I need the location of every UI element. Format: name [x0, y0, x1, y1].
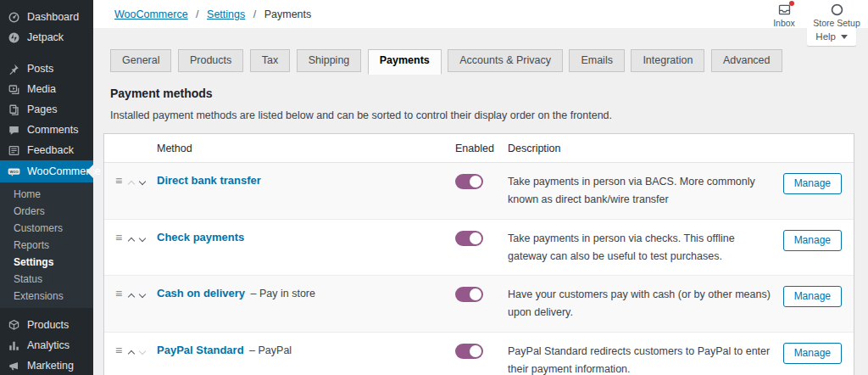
- sort-cell: ≡: [104, 343, 157, 358]
- settings-tab[interactable]: Advanced: [711, 49, 782, 72]
- drag-handle-icon[interactable]: ≡: [115, 343, 122, 358]
- drag-handle-icon[interactable]: ≡: [115, 173, 122, 188]
- sidebar-bottom-group: Products Analytics Marketing Appearance: [0, 315, 93, 375]
- sidebar-item[interactable]: Posts: [0, 59, 93, 79]
- payment-method-link[interactable]: PayPal Standard: [157, 344, 244, 356]
- move-down-button[interactable]: [140, 345, 145, 357]
- sidebar-mid-group: Posts Media Pages Comments: [0, 59, 93, 160]
- settings-tab[interactable]: Emails: [569, 49, 625, 72]
- chevron-down-icon: [841, 35, 848, 39]
- sidebar-item[interactable]: Media: [0, 79, 93, 99]
- help-button[interactable]: Help: [807, 28, 856, 46]
- settings-tab[interactable]: Shipping: [297, 49, 362, 72]
- enabled-toggle[interactable]: [455, 174, 483, 189]
- payment-method-description: PayPal Standard redirects customers to P…: [508, 343, 783, 375]
- menu-icon: [7, 62, 20, 76]
- sidebar-item-woocommerce[interactable]: WOO WooCommerce: [0, 160, 93, 182]
- menu-separator: [0, 308, 93, 315]
- inbox-icon: [777, 3, 792, 17]
- enabled-cell: [455, 230, 508, 249]
- payment-method-link[interactable]: Check payments: [157, 231, 244, 243]
- enabled-cell: [455, 343, 508, 361]
- sidebar-subitem[interactable]: Reports: [0, 237, 93, 254]
- move-up-button[interactable]: [129, 232, 134, 244]
- move-up-button[interactable]: [129, 288, 134, 300]
- payment-method-suffix: – Pay in store: [251, 288, 315, 299]
- sidebar-item[interactable]: Marketing: [0, 355, 93, 375]
- store-setup-progress-icon: [830, 3, 844, 17]
- settings-tabs: General Products Tax Shipping Payments A…: [110, 49, 854, 75]
- inbox-button[interactable]: Inbox: [758, 3, 810, 28]
- menu-icon: [7, 318, 20, 332]
- sidebar-item[interactable]: Pages: [0, 99, 93, 120]
- move-down-button[interactable]: [140, 288, 145, 300]
- sidebar-item[interactable]: Analytics: [0, 335, 93, 355]
- sidebar-item-label: Media: [27, 83, 56, 96]
- sidebar-item-label: Comments: [27, 124, 78, 137]
- enabled-toggle[interactable]: [455, 231, 483, 246]
- payment-method-link[interactable]: Direct bank transfer: [157, 174, 261, 187]
- woocommerce-submenu: Home Orders Customers Reports Settings S…: [0, 182, 93, 308]
- sidebar-subitem[interactable]: Settings: [0, 254, 93, 271]
- sidebar-item[interactable]: Comments: [0, 120, 93, 140]
- settings-tab[interactable]: Accounts & Privacy: [448, 49, 563, 72]
- method-cell: Direct bank transfer: [157, 173, 455, 188]
- sidebar-item[interactable]: Feedback: [0, 140, 93, 160]
- sidebar-subitem[interactable]: Orders: [0, 203, 93, 220]
- breadcrumb-separator: /: [253, 8, 256, 20]
- move-down-button[interactable]: [140, 176, 145, 188]
- table-row: ≡ PayPal Standard – PayPal PayPal Standa…: [104, 332, 854, 375]
- payment-method-description: Take payments in person via BACS. More c…: [508, 173, 783, 210]
- breadcrumb: WooCommerce / Settings / Payments: [114, 8, 311, 20]
- settings-content: General Products Tax Shipping Payments A…: [93, 49, 868, 375]
- sidebar-item-label: Marketing: [27, 360, 74, 372]
- drag-handle-icon[interactable]: ≡: [115, 286, 122, 301]
- move-down-button[interactable]: [140, 232, 145, 244]
- settings-tab[interactable]: Integration: [631, 49, 704, 72]
- sidebar-item[interactable]: Dashboard: [0, 7, 93, 27]
- breadcrumb-current: Payments: [264, 8, 312, 20]
- admin-menu: Dashboard Jetpack Posts Media: [0, 0, 93, 375]
- sidebar-subitem[interactable]: Extensions: [0, 288, 93, 305]
- move-up-button[interactable]: [129, 176, 134, 188]
- move-up-button[interactable]: [129, 345, 134, 357]
- sidebar-item-label: Analytics: [27, 339, 70, 352]
- payment-methods-table: Method Enabled Description ≡ Direct bank…: [103, 133, 854, 375]
- sort-cell: ≡: [104, 230, 157, 245]
- sidebar-item[interactable]: Products: [0, 315, 93, 335]
- manage-button[interactable]: Manage: [783, 343, 842, 364]
- payment-method-description: Take payments in person via checks. This…: [508, 230, 783, 266]
- manage-button[interactable]: Manage: [783, 230, 842, 251]
- settings-tab[interactable]: Tax: [250, 49, 290, 72]
- sort-cell: ≡: [104, 173, 157, 188]
- sidebar-item[interactable]: Jetpack: [0, 27, 93, 48]
- sidebar-subitem[interactable]: Home: [0, 186, 93, 203]
- top-header: WooCommerce / Settings / Payments Inbox …: [93, 0, 868, 28]
- svg-text:WOO: WOO: [9, 169, 18, 173]
- enabled-toggle[interactable]: [455, 344, 483, 359]
- manage-cell: Manage: [783, 286, 854, 307]
- breadcrumb-link-settings[interactable]: Settings: [207, 8, 245, 20]
- settings-tab[interactable]: Payments: [368, 49, 442, 75]
- activity-panel: Inbox Store Setup: [758, 0, 863, 28]
- sort-column-header: [104, 143, 157, 154]
- manage-button[interactable]: Manage: [783, 286, 842, 307]
- sidebar-subitem[interactable]: Status: [0, 271, 93, 288]
- settings-tab[interactable]: General: [110, 49, 171, 72]
- menu-icon: [7, 10, 20, 24]
- store-setup-label: Store Setup: [813, 18, 860, 28]
- menu-icon: [7, 143, 20, 157]
- enabled-toggle[interactable]: [455, 287, 483, 302]
- drag-handle-icon[interactable]: ≡: [115, 230, 122, 245]
- page-description: Installed payment methods are listed bel…: [110, 109, 854, 121]
- help-label: Help: [815, 31, 836, 42]
- sidebar-subitem[interactable]: Customers: [0, 220, 93, 237]
- manage-button[interactable]: Manage: [783, 173, 842, 194]
- store-setup-button[interactable]: Store Setup: [810, 3, 863, 28]
- method-cell: Cash on delivery – Pay in store: [157, 286, 455, 301]
- settings-tab[interactable]: Products: [178, 49, 243, 72]
- payment-method-link[interactable]: Cash on delivery: [157, 287, 245, 299]
- manage-cell: Manage: [783, 343, 854, 364]
- enabled-column-header: Enabled: [455, 143, 508, 154]
- breadcrumb-link-woocommerce[interactable]: WooCommerce: [114, 8, 188, 20]
